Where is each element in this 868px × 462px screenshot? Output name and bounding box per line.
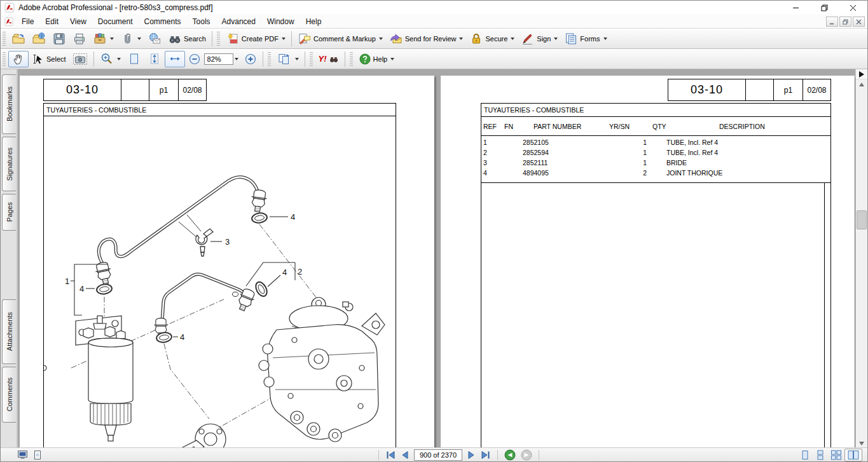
toolbar-grip[interactable]: [3, 52, 6, 66]
scrollbar-thumb[interactable]: [857, 210, 867, 229]
print-button[interactable]: [69, 31, 90, 47]
window-title: Adobe Acrobat Professional - [retro-580s…: [18, 3, 213, 12]
dropdown-arrow-icon[interactable]: [459, 37, 463, 40]
open-button[interactable]: [8, 31, 29, 47]
fullscreen-mode-button[interactable]: [15, 449, 31, 461]
dropdown-arrow-icon[interactable]: [511, 37, 514, 40]
help-button[interactable]: Help: [355, 51, 398, 67]
menu-window[interactable]: Window: [261, 16, 300, 27]
toolbar-grip[interactable]: [268, 52, 271, 66]
attach-button[interactable]: [117, 31, 144, 47]
dropdown-arrow-icon[interactable]: [110, 37, 114, 40]
sign-button[interactable]: Sign: [518, 31, 561, 47]
save-button[interactable]: [49, 31, 69, 47]
last-page-button[interactable]: [478, 449, 493, 461]
menu-tools[interactable]: Tools: [187, 16, 216, 27]
menu-help[interactable]: Help: [300, 16, 327, 27]
facing-layout-button[interactable]: [844, 449, 862, 461]
page-number-field[interactable]: [414, 449, 462, 461]
menu-view[interactable]: View: [64, 16, 92, 27]
menu-document[interactable]: Document: [92, 16, 139, 27]
dropdown-arrow-icon[interactable]: [390, 58, 394, 60]
zoom-level-field[interactable]: [204, 53, 233, 65]
send-review-button[interactable]: Send for Review: [386, 31, 467, 47]
create-pdf-button[interactable]: Create PDF: [223, 31, 289, 47]
snapshot-tool-button[interactable]: [69, 51, 91, 67]
dropdown-arrow-icon[interactable]: [295, 58, 299, 60]
toolbar-separator: [305, 51, 305, 67]
page-size-indicator-button[interactable]: [31, 449, 45, 461]
fit-page-button[interactable]: [144, 51, 165, 67]
minimize-button[interactable]: [782, 1, 810, 15]
toolbar-grip[interactable]: [217, 32, 220, 46]
menu-bar: File Edit View Document Comments Tools A…: [1, 15, 867, 29]
secure-label: Secure: [485, 35, 507, 43]
previous-view-button[interactable]: [502, 449, 518, 461]
zoom-in-button[interactable]: [241, 51, 260, 67]
menu-edit[interactable]: Edit: [39, 16, 64, 27]
email-button[interactable]: [144, 31, 165, 47]
organizer-button[interactable]: [90, 31, 117, 47]
menu-comments[interactable]: Comments: [139, 16, 187, 27]
document-window-controls: [826, 17, 865, 27]
toolbar-grip[interactable]: [350, 52, 353, 66]
zoom-dropdown-arrow-icon[interactable]: [235, 58, 238, 60]
col-header-qty: QTY: [652, 123, 666, 130]
zoom-tool-button[interactable]: [97, 51, 124, 67]
tube-1-drawing: [94, 177, 268, 286]
dropdown-arrow-icon[interactable]: [379, 37, 383, 40]
previous-page-button[interactable]: [398, 449, 411, 461]
dropdown-arrow-icon[interactable]: [554, 37, 558, 40]
search-button[interactable]: Search: [165, 31, 209, 47]
right-arrow-icon: [859, 71, 864, 78]
menu-file[interactable]: File: [16, 16, 39, 27]
tab-signatures[interactable]: Signatures: [2, 137, 16, 191]
yahoo-search-button[interactable]: Y!: [315, 51, 342, 67]
doc-close-button[interactable]: [853, 17, 865, 27]
back-icon: [504, 449, 516, 461]
menu-advanced[interactable]: Advanced: [216, 16, 261, 27]
comment-markup-button[interactable]: Comment & Markup: [294, 31, 386, 47]
actual-size-button[interactable]: [124, 51, 144, 67]
scroll-up-button[interactable]: [856, 79, 867, 90]
page-display-button[interactable]: [273, 51, 302, 67]
next-page-button[interactable]: [465, 449, 478, 461]
open-web-button[interactable]: [29, 31, 49, 47]
restore-button[interactable]: [810, 1, 839, 15]
dropdown-arrow-icon[interactable]: [603, 37, 607, 40]
help-icon: [359, 53, 371, 65]
hand-tool-button[interactable]: [8, 51, 29, 67]
doc-minimize-button[interactable]: [826, 17, 838, 27]
tab-comments[interactable]: Comments: [2, 367, 16, 423]
dropdown-arrow-icon[interactable]: [282, 37, 286, 40]
toolbar-grip[interactable]: [310, 52, 313, 66]
panel-collapse-arrow-button[interactable]: [856, 69, 867, 79]
open-folder-icon: [11, 32, 25, 46]
fit-width-button[interactable]: [165, 51, 185, 67]
doc-restore-button[interactable]: [839, 17, 851, 27]
close-button[interactable]: [839, 1, 867, 15]
next-view-button[interactable]: [518, 449, 535, 461]
secure-button[interactable]: Secure: [466, 31, 518, 47]
tab-pages[interactable]: Pages: [2, 194, 16, 231]
zoom-out-button[interactable]: [185, 51, 204, 67]
continuous-layout-button[interactable]: [813, 449, 828, 461]
first-page-button[interactable]: [383, 449, 398, 461]
vertical-scrollbar[interactable]: [855, 69, 867, 449]
blank-cell: [745, 79, 773, 100]
single-page-layout-button[interactable]: [797, 449, 813, 461]
single-page-icon: [800, 450, 810, 460]
dropdown-arrow-icon[interactable]: [117, 58, 121, 60]
forms-button[interactable]: Forms: [561, 31, 610, 47]
comment-markup-label: Comment & Markup: [313, 35, 376, 43]
tab-attachments[interactable]: Attachments: [2, 299, 16, 364]
select-tool-button[interactable]: Select: [29, 51, 69, 67]
table-row: 2 2852594 1 TUBE, Incl. Ref 4: [481, 149, 830, 158]
toolbar-grip[interactable]: [3, 32, 6, 46]
lift-pump-drawing: [175, 424, 226, 449]
save-floppy-icon: [52, 32, 66, 46]
create-pdf-icon: [226, 32, 240, 46]
continuous-facing-layout-button[interactable]: [828, 449, 844, 461]
dropdown-arrow-icon[interactable]: [137, 37, 141, 40]
tab-bookmarks[interactable]: Bookmarks: [2, 74, 16, 134]
